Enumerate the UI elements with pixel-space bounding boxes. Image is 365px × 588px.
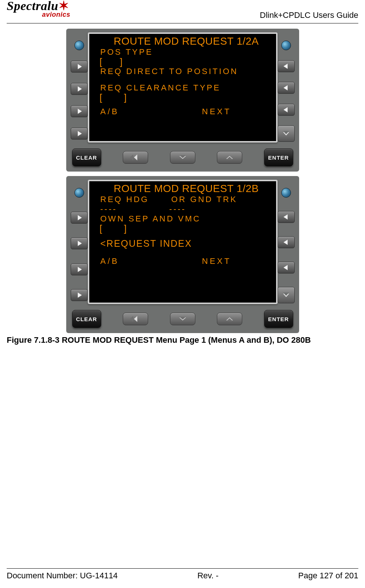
screen-a-line3: REQ DIRECT TO POSITION: [100, 67, 272, 76]
lsk-left-4[interactable]: [71, 289, 88, 301]
screen-a-line1: POS TYPE: [100, 47, 272, 57]
lsk-left-3[interactable]: [71, 263, 88, 275]
brightness-down-button[interactable]: [278, 125, 295, 142]
footer-rev: Rev. -: [197, 571, 218, 581]
screen-b-title: ROUTE MOD REQUEST 1/2B: [100, 183, 272, 195]
screen-b-or-gnd-trk-label: OR GND TRK: [171, 195, 237, 204]
left-lamp-icon: [74, 188, 84, 198]
device-panel-b: ROUTE MOD REQUEST 1/2B REQ HDG OR GND TR…: [66, 176, 299, 333]
nav-left-button[interactable]: [123, 313, 148, 325]
left-buttons-col: [71, 180, 88, 304]
clear-label: CLEAR: [76, 316, 97, 322]
screen-b-request-index[interactable]: <REQUEST INDEX: [100, 239, 272, 248]
lsk-right-1[interactable]: [278, 60, 295, 72]
screen-a-line4: REQ CLEARANCE TYPE: [100, 83, 272, 93]
screen-a: ROUTE MOD REQUEST 1/2A POS TYPE [ ] REQ …: [89, 34, 276, 141]
enter-button[interactable]: ENTER: [264, 148, 293, 166]
lsk-left-1[interactable]: [71, 61, 88, 73]
screen-a-next[interactable]: NEXT: [202, 107, 231, 116]
right-lamp-icon: [281, 41, 291, 50]
screen-b-next[interactable]: NEXT: [202, 256, 231, 266]
lsk-left-2[interactable]: [71, 237, 88, 249]
screen-a-field-pos-type[interactable]: [ ]: [100, 57, 272, 67]
lsk-right-3[interactable]: [278, 104, 295, 116]
figure-caption: Figure 7.1.8-3 ROUTE MOD REQUEST Menu Pa…: [7, 335, 365, 345]
screen-a-ab[interactable]: A/B: [100, 107, 119, 116]
nav-down-button[interactable]: [170, 313, 195, 325]
screen-b-own-sep-label: OWN SEP AND VMC: [100, 214, 272, 224]
nav-down-button[interactable]: [170, 151, 195, 164]
document-title: Dlink+CPDLC Users Guide: [260, 10, 358, 20]
brand-subtext: avionics: [42, 11, 92, 19]
clear-button[interactable]: CLEAR: [72, 310, 101, 328]
clear-label: CLEAR: [76, 154, 97, 161]
lsk-left-1[interactable]: [71, 212, 88, 224]
screen-frame: ROUTE MOD REQUEST 1/2A POS TYPE [ ] REQ …: [88, 32, 278, 143]
screen-b-field-gnd-trk[interactable]: ----: [169, 204, 186, 214]
screen-a-field-clearance-type[interactable]: [ ]: [100, 93, 272, 102]
nav-up-button[interactable]: [217, 313, 242, 325]
enter-button[interactable]: ENTER: [264, 310, 293, 328]
lsk-right-1[interactable]: [278, 211, 295, 223]
screen-b-field-hdg[interactable]: ----: [100, 204, 117, 214]
enter-label: ENTER: [268, 316, 289, 322]
lsk-right-2[interactable]: [278, 82, 295, 94]
left-lamp-icon: [74, 41, 84, 50]
brand-logo: Spectralu✶ avionics: [7, 0, 92, 19]
enter-label: ENTER: [268, 154, 289, 161]
right-lamp-icon: [281, 188, 291, 198]
screen-b-ab[interactable]: A/B: [100, 256, 119, 266]
footer-docnum: Document Number: UG-14114: [7, 571, 118, 581]
lsk-left-3[interactable]: [71, 105, 88, 117]
nav-up-button[interactable]: [217, 151, 242, 164]
screen-a-title: ROUTE MOD REQUEST 1/2A: [100, 35, 272, 47]
brightness-down-button[interactable]: [278, 287, 295, 303]
lsk-right-3[interactable]: [278, 262, 295, 274]
page-footer: Document Number: UG-14114 Rev. - Page 12…: [7, 568, 358, 581]
right-buttons-col: [278, 32, 295, 143]
clear-button[interactable]: CLEAR: [72, 148, 101, 166]
lsk-left-2[interactable]: [71, 83, 88, 95]
page-header: Spectralu✶ avionics Dlink+CPDLC Users Gu…: [7, 0, 358, 23]
lsk-left-4[interactable]: [71, 128, 88, 140]
device-panel-a: ROUTE MOD REQUEST 1/2A POS TYPE [ ] REQ …: [66, 29, 299, 172]
screen-b-req-hdg-label: REQ HDG: [100, 195, 149, 204]
footer-page: Page 127 of 201: [298, 571, 358, 581]
nav-left-button[interactable]: [123, 151, 148, 164]
right-buttons-col: [278, 180, 295, 304]
screen-b-field-own-sep[interactable]: [ ]: [100, 224, 272, 233]
screen-frame: ROUTE MOD REQUEST 1/2B REQ HDG OR GND TR…: [88, 180, 278, 304]
left-buttons-col: [71, 32, 88, 143]
lsk-right-2[interactable]: [278, 236, 295, 248]
screen-b: ROUTE MOD REQUEST 1/2B REQ HDG OR GND TR…: [89, 181, 276, 303]
